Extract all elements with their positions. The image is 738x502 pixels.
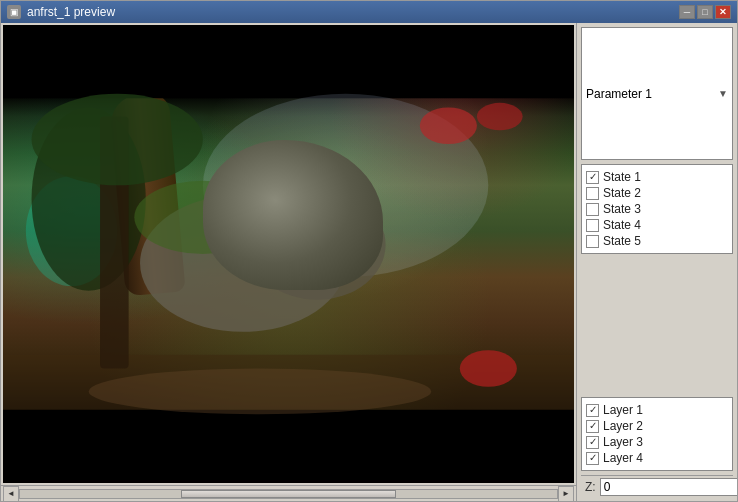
svg-point-7 (32, 94, 203, 186)
layer-1-label: Layer 1 (603, 403, 643, 417)
title-bar-left: ▣ anfrst_1 preview (7, 5, 115, 19)
state-1-label: State 1 (603, 170, 641, 184)
states-panel: State 1 State 2 State 3 State 4 State 5 (581, 164, 733, 254)
layer-2-checkbox[interactable] (586, 420, 599, 433)
layers-panel: Layer 1 Layer 2 Layer 3 Layer 4 (581, 397, 733, 471)
layer-4-checkbox[interactable] (586, 452, 599, 465)
state-2-label: State 2 (603, 186, 641, 200)
right-panel: Parameter 1 ▼ State 1 State 2 State 3 (577, 23, 737, 501)
svg-rect-0 (3, 25, 574, 98)
title-bar: ▣ anfrst_1 preview ─ □ ✕ (1, 1, 737, 23)
state-3-item[interactable]: State 3 (586, 201, 728, 217)
layer-3-checkbox[interactable] (586, 436, 599, 449)
main-window: ▣ anfrst_1 preview ─ □ ✕ (0, 0, 738, 502)
layer-2-label: Layer 2 (603, 419, 643, 433)
layer-2-item[interactable]: Layer 2 (586, 418, 728, 434)
scroll-thumb[interactable] (181, 490, 396, 498)
state-3-checkbox[interactable] (586, 203, 599, 216)
parameter-dropdown[interactable]: Parameter 1 ▼ (581, 27, 733, 160)
window-body: ◄ ► Parameter 1 ▼ State 1 (1, 23, 737, 501)
state-2-item[interactable]: State 2 (586, 185, 728, 201)
state-4-checkbox[interactable] (586, 219, 599, 232)
preview-image (3, 25, 574, 483)
layer-4-item[interactable]: Layer 4 (586, 450, 728, 466)
state-1-item[interactable]: State 1 (586, 169, 728, 185)
canvas-panel: ◄ ► (1, 23, 577, 501)
forest-scene (3, 25, 574, 483)
maximize-button[interactable]: □ (697, 5, 713, 19)
svg-point-13 (134, 181, 271, 254)
svg-rect-1 (3, 410, 574, 483)
z-label: Z: (585, 480, 596, 494)
svg-point-9 (249, 190, 386, 300)
scroll-left-button[interactable]: ◄ (3, 486, 19, 502)
minimize-button[interactable]: ─ (679, 5, 695, 19)
state-4-label: State 4 (603, 218, 641, 232)
state-5-label: State 5 (603, 234, 641, 248)
layer-1-checkbox[interactable] (586, 404, 599, 417)
state-5-checkbox[interactable] (586, 235, 599, 248)
panel-spacer (581, 258, 733, 389)
z-input[interactable] (600, 478, 737, 496)
svg-point-12 (460, 350, 517, 387)
layer-3-label: Layer 3 (603, 435, 643, 449)
state-1-checkbox[interactable] (586, 171, 599, 184)
scroll-right-button[interactable]: ► (558, 486, 574, 502)
title-buttons: ─ □ ✕ (679, 5, 731, 19)
state-4-item[interactable]: State 4 (586, 217, 728, 233)
state-2-checkbox[interactable] (586, 187, 599, 200)
svg-point-15 (89, 369, 432, 415)
scroll-track[interactable] (19, 489, 558, 499)
dropdown-label: Parameter 1 (586, 87, 652, 101)
svg-point-11 (477, 103, 523, 130)
canvas-area[interactable] (3, 25, 574, 483)
window-icon: ▣ (7, 5, 21, 19)
z-bar: Z: ▲ ▼ (581, 475, 733, 497)
scene-svg (3, 25, 574, 483)
window-title: anfrst_1 preview (27, 5, 115, 19)
state-5-item[interactable]: State 5 (586, 233, 728, 249)
layer-3-item[interactable]: Layer 3 (586, 434, 728, 450)
svg-point-14 (231, 172, 322, 227)
horizontal-scrollbar[interactable]: ◄ ► (1, 485, 576, 501)
state-3-label: State 3 (603, 202, 641, 216)
chevron-down-icon: ▼ (718, 88, 728, 99)
svg-point-10 (420, 107, 477, 144)
close-button[interactable]: ✕ (715, 5, 731, 19)
layer-1-item[interactable]: Layer 1 (586, 402, 728, 418)
layer-4-label: Layer 4 (603, 451, 643, 465)
